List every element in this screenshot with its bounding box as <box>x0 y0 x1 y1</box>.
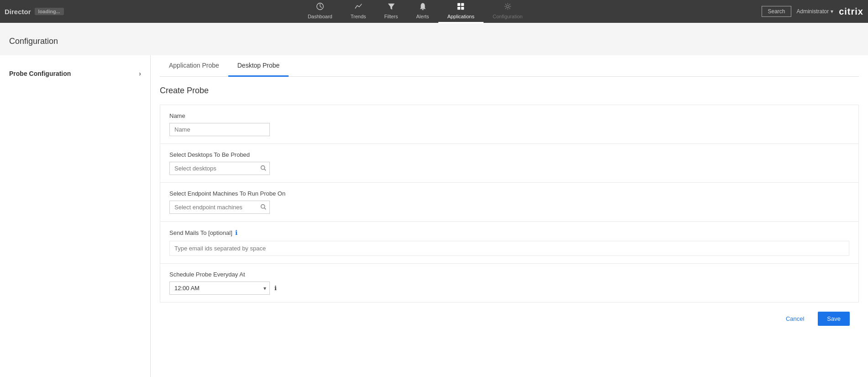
name-label: Name <box>169 112 849 119</box>
nav-label-alerts: Alerts <box>416 14 429 19</box>
search-button[interactable]: Search <box>762 6 791 17</box>
footer-buttons: Cancel Save <box>160 303 859 335</box>
desktops-input[interactable] <box>169 162 270 175</box>
endpoint-search-wrap <box>169 201 270 214</box>
desktops-search-icon <box>260 165 266 172</box>
dashboard-icon <box>316 2 324 12</box>
schedule-select-wrap: 12:00 AM 1:00 AM 2:00 AM 3:00 AM 6:00 AM… <box>169 281 270 295</box>
nav-label-configuration: Configuration <box>493 14 522 19</box>
admin-chevron-icon: ▾ <box>831 8 833 15</box>
form-section-desktops: Select Desktops To Be Probed <box>160 144 859 183</box>
svg-point-7 <box>506 5 509 7</box>
filters-icon <box>387 2 395 12</box>
nav-center: Dashboard Trends Filters <box>68 0 762 23</box>
sidebar-item-label: Probe Configuration <box>9 70 71 77</box>
svg-line-9 <box>264 169 266 170</box>
right-panel: Application Probe Desktop Probe Create P… <box>151 55 868 377</box>
email-input[interactable] <box>169 241 849 256</box>
page-content: Configuration Probe Configuration › Appl… <box>0 23 868 377</box>
name-input[interactable] <box>169 123 270 136</box>
applications-icon <box>457 2 465 12</box>
brand-sub: loading... <box>35 8 64 15</box>
main-layout: Probe Configuration › Application Probe … <box>0 55 868 377</box>
svg-rect-5 <box>458 7 460 10</box>
svg-rect-2 <box>422 9 424 10</box>
topnav: Director loading... Dashboard Trends <box>0 0 868 23</box>
form-section-email: Send Mails To [optional] ℹ <box>160 222 859 264</box>
tab-application-probe[interactable]: Application Probe <box>160 55 228 77</box>
nav-label-applications: Applications <box>447 14 474 19</box>
desktops-label: Select Desktops To Be Probed <box>169 151 849 158</box>
schedule-info-icon[interactable]: ℹ <box>274 285 277 292</box>
endpoint-search-icon <box>260 204 266 211</box>
nav-item-dashboard[interactable]: Dashboard <box>299 0 342 23</box>
form-section-endpoint: Select Endpoint Machines To Run Probe On <box>160 183 859 222</box>
endpoint-input[interactable] <box>169 201 270 214</box>
configuration-icon <box>504 2 512 12</box>
nav-item-configuration: Configuration <box>484 0 531 23</box>
nav-right: Search Administrator ▾ citrix <box>762 6 863 17</box>
svg-marker-1 <box>388 4 394 10</box>
chevron-right-icon: › <box>139 70 141 77</box>
svg-point-10 <box>261 204 265 208</box>
form-section-schedule: Schedule Probe Everyday At 12:00 AM 1:00… <box>160 264 859 303</box>
nav-label-filters: Filters <box>384 14 398 19</box>
page-title: Configuration <box>0 32 868 55</box>
cancel-button[interactable]: Cancel <box>777 312 813 326</box>
nav-label-dashboard: Dashboard <box>308 14 332 19</box>
endpoint-label: Select Endpoint Machines To Run Probe On <box>169 190 849 197</box>
tab-desktop-probe[interactable]: Desktop Probe <box>228 55 289 77</box>
sidebar-item-probe-configuration[interactable]: Probe Configuration › <box>0 64 150 83</box>
form-title: Create Probe <box>160 86 859 96</box>
tabs: Application Probe Desktop Probe <box>160 55 859 77</box>
brand-name: Director <box>5 8 31 16</box>
svg-point-8 <box>261 165 265 169</box>
admin-label: Administrator ▾ <box>797 8 834 15</box>
citrix-logo: citrix <box>839 6 863 17</box>
nav-item-applications[interactable]: Applications <box>438 0 484 23</box>
desktops-search-wrap <box>169 162 270 175</box>
schedule-wrap: 12:00 AM 1:00 AM 2:00 AM 3:00 AM 6:00 AM… <box>169 281 849 295</box>
form-section-name: Name <box>160 105 859 144</box>
schedule-select[interactable]: 12:00 AM 1:00 AM 2:00 AM 3:00 AM 6:00 AM… <box>169 281 270 295</box>
trends-icon <box>354 2 363 12</box>
brand: Director loading... <box>5 8 64 16</box>
email-info-icon[interactable]: ℹ <box>235 229 237 236</box>
svg-line-11 <box>264 207 266 209</box>
nav-item-trends[interactable]: Trends <box>342 0 375 23</box>
nav-item-alerts[interactable]: Alerts <box>407 0 438 23</box>
sidebar: Probe Configuration › <box>0 55 151 377</box>
svg-rect-4 <box>461 3 464 6</box>
nav-item-filters[interactable]: Filters <box>375 0 407 23</box>
svg-rect-6 <box>461 7 464 10</box>
email-label: Send Mails To [optional] ℹ <box>169 229 849 236</box>
alerts-icon <box>419 2 427 12</box>
svg-rect-3 <box>458 3 460 6</box>
save-button[interactable]: Save <box>818 312 850 326</box>
nav-label-trends: Trends <box>351 14 366 19</box>
schedule-label: Schedule Probe Everyday At <box>169 271 849 278</box>
